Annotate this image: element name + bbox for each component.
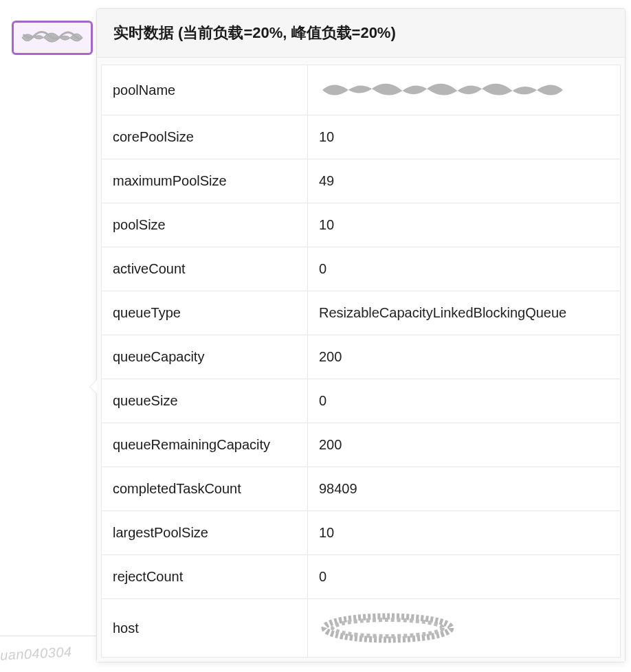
metric-key: maximumPoolSize: [102, 159, 308, 203]
metric-value: 10: [308, 511, 621, 555]
svg-point-1: [333, 620, 443, 636]
divider: [0, 636, 96, 636]
metric-value: 200: [308, 423, 621, 467]
redacted-scribble-icon: [319, 79, 566, 101]
realtime-data-popover: 实时数据 (当前负载=20%, 峰值负载=20%) poolNamecorePo…: [96, 8, 626, 662]
metric-key: largestPoolSize: [102, 511, 308, 555]
table-row: maximumPoolSize49: [102, 159, 621, 203]
metric-key: poolSize: [102, 203, 308, 247]
metric-value: 200: [308, 335, 621, 379]
metric-value: [308, 65, 621, 115]
table-row: host: [102, 599, 621, 658]
metric-value: 49: [308, 159, 621, 203]
table-row: corePoolSize10: [102, 115, 621, 159]
metric-key: queueType: [102, 291, 308, 335]
metric-value: [308, 599, 621, 658]
metric-value: 0: [308, 247, 621, 291]
table-row: queueSize0: [102, 379, 621, 423]
metric-value: ResizableCapacityLinkedBlockingQueue: [308, 291, 621, 335]
metric-key: activeCount: [102, 247, 308, 291]
metric-value: 0: [308, 379, 621, 423]
threadpool-metrics-table: poolNamecorePoolSize10maximumPoolSize49p…: [101, 65, 621, 658]
table-row: poolSize10: [102, 203, 621, 247]
metric-key: queueCapacity: [102, 335, 308, 379]
popover-arrow-icon: [90, 380, 97, 394]
redacted-scribble-icon: [319, 613, 456, 643]
metric-key: corePoolSize: [102, 115, 308, 159]
pool-tag[interactable]: [12, 21, 93, 55]
metric-key: queueSize: [102, 379, 308, 423]
metric-value: 98409: [308, 467, 621, 511]
table-row: completedTaskCount98409: [102, 467, 621, 511]
metric-key: queueRemainingCapacity: [102, 423, 308, 467]
popover-title: 实时数据 (当前负载=20%, 峰值负载=20%): [97, 9, 625, 58]
metric-value: 10: [308, 115, 621, 159]
metric-value: 0: [308, 555, 621, 599]
metric-key: poolName: [102, 65, 308, 115]
popover-body: poolNamecorePoolSize10maximumPoolSize49p…: [97, 58, 625, 662]
watermark-text: uan040304: [0, 644, 72, 663]
table-row: rejectCount0: [102, 555, 621, 599]
metric-key: host: [102, 599, 308, 658]
table-row: queueRemainingCapacity200: [102, 423, 621, 467]
table-row: activeCount0: [102, 247, 621, 291]
table-row: queueCapacity200: [102, 335, 621, 379]
table-row: queueTypeResizableCapacityLinkedBlocking…: [102, 291, 621, 335]
metric-key: rejectCount: [102, 555, 308, 599]
table-row: largestPoolSize10: [102, 511, 621, 555]
redacted-scribble-icon: [20, 27, 85, 48]
table-row: poolName: [102, 65, 621, 115]
metric-key: completedTaskCount: [102, 467, 308, 511]
metric-value: 10: [308, 203, 621, 247]
